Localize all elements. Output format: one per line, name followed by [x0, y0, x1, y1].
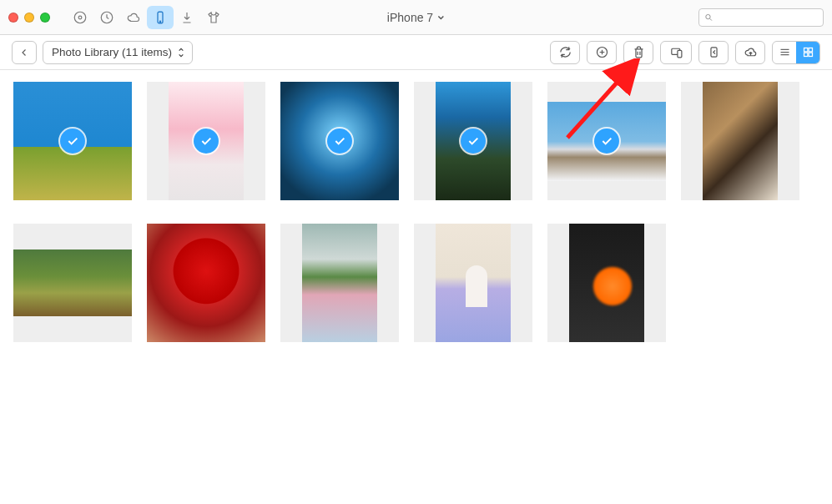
selected-check-icon [327, 129, 352, 154]
back-button[interactable] [12, 41, 37, 64]
category-icons [67, 6, 227, 29]
selected-check-icon [60, 129, 85, 154]
photo-thumbnail[interactable] [13, 82, 132, 200]
action-buttons [550, 41, 820, 64]
svg-rect-10 [804, 48, 807, 52]
window-minimize-button[interactable] [24, 13, 34, 23]
photo-thumbnail[interactable] [547, 82, 666, 200]
chevron-left-icon [19, 48, 29, 58]
svg-rect-8 [677, 50, 681, 58]
add-icon [595, 45, 609, 59]
trash-icon [632, 45, 646, 59]
photo-grid [0, 70, 832, 354]
device-name-label: iPhone 7 [387, 11, 433, 24]
svg-point-4 [159, 21, 160, 22]
updown-icon [177, 47, 185, 58]
list-view-button[interactable] [773, 42, 796, 63]
search-input[interactable] [717, 12, 818, 23]
photo-thumbnail[interactable] [414, 82, 532, 200]
photo-thumbnail[interactable] [147, 82, 265, 200]
to-cloud-icon [744, 45, 758, 59]
to-mac-button[interactable] [698, 41, 729, 64]
cloud-icon[interactable] [120, 6, 147, 29]
search-field[interactable] [698, 8, 824, 27]
refresh-icon [558, 45, 572, 59]
photo-thumbnail[interactable] [547, 224, 666, 342]
refresh-button[interactable] [550, 41, 580, 64]
library-selector[interactable]: Photo Library (11 items) [43, 41, 193, 64]
svg-point-1 [78, 16, 82, 19]
add-button[interactable] [587, 41, 617, 64]
list-icon [779, 46, 791, 58]
photo-thumbnail[interactable] [13, 224, 132, 342]
sub-toolbar: Photo Library (11 items) [0, 35, 832, 70]
svg-rect-13 [809, 53, 812, 56]
to-cloud-button[interactable] [735, 41, 765, 64]
download-icon[interactable] [174, 6, 200, 29]
music-icon[interactable] [67, 6, 93, 29]
grid-view-button[interactable] [796, 42, 819, 63]
photo-thumbnail[interactable] [280, 82, 399, 200]
svg-point-5 [706, 14, 710, 18]
to-device-icon [669, 45, 683, 59]
history-icon[interactable] [93, 6, 120, 29]
to-device-button[interactable] [660, 41, 692, 64]
photo-thumbnail[interactable] [414, 224, 532, 342]
svg-rect-11 [809, 48, 812, 52]
photo-thumbnail[interactable] [147, 224, 265, 342]
window-zoom-button[interactable] [40, 13, 50, 23]
top-toolbar: iPhone 7 [0, 0, 832, 35]
search-icon [704, 13, 714, 23]
window-traffic-lights [8, 13, 50, 23]
photo-thumbnail[interactable] [280, 224, 399, 342]
photo-thumbnail[interactable] [681, 82, 799, 200]
tshirt-icon[interactable] [200, 6, 227, 29]
device-title[interactable]: iPhone 7 [387, 11, 445, 24]
grid-icon [802, 46, 814, 58]
svg-rect-12 [804, 53, 807, 56]
selected-check-icon [194, 129, 219, 154]
svg-point-0 [74, 12, 86, 23]
library-selector-label: Photo Library (11 items) [52, 46, 172, 58]
selected-check-icon [594, 129, 619, 154]
view-toggle [772, 41, 820, 64]
chevron-down-icon [436, 13, 445, 22]
phone-icon[interactable] [147, 6, 174, 29]
delete-button[interactable] [623, 41, 653, 64]
selected-check-icon [461, 129, 486, 154]
to-mac-icon [707, 45, 721, 59]
window-close-button[interactable] [8, 13, 18, 23]
